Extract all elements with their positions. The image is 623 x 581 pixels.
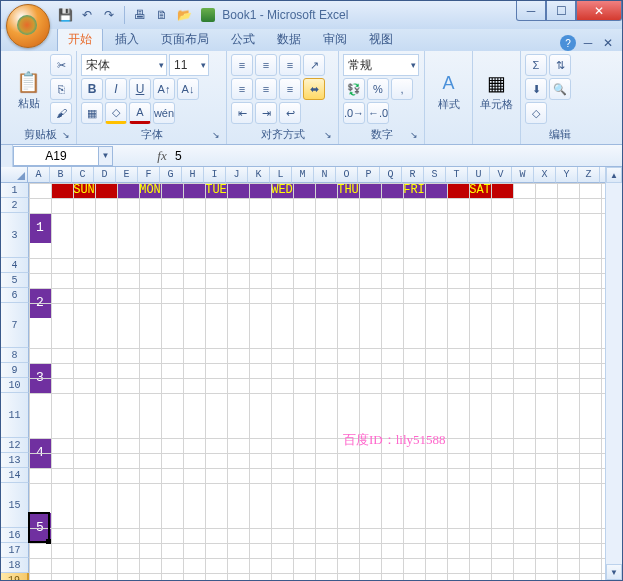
- save-icon[interactable]: 💾: [55, 5, 75, 25]
- cut-icon[interactable]: ✂: [50, 54, 72, 76]
- formula-input[interactable]: [171, 146, 622, 166]
- comma-icon[interactable]: ,: [391, 78, 413, 100]
- row-header[interactable]: 15: [1, 483, 29, 528]
- col-header[interactable]: W: [512, 167, 534, 183]
- clear-icon[interactable]: ◇: [525, 102, 547, 124]
- col-header[interactable]: Y: [556, 167, 578, 183]
- inc-decimal-icon[interactable]: .0→: [343, 102, 365, 124]
- row-header[interactable]: 5: [1, 273, 29, 288]
- align-launcher-icon[interactable]: ↘: [324, 130, 336, 142]
- select-all-corner[interactable]: [1, 167, 28, 183]
- row-header[interactable]: 18: [1, 558, 29, 573]
- orientation-icon[interactable]: ↗: [303, 54, 325, 76]
- indent-dec-icon[interactable]: ⇤: [231, 102, 253, 124]
- namebox-dropdown-icon[interactable]: ▼: [99, 146, 113, 166]
- indent-inc-icon[interactable]: ⇥: [255, 102, 277, 124]
- fill-color-icon[interactable]: ◇: [105, 102, 127, 124]
- tab-formula[interactable]: 公式: [221, 28, 265, 51]
- font-color-icon[interactable]: A: [129, 102, 151, 124]
- col-header[interactable]: T: [446, 167, 468, 183]
- row-header[interactable]: 8: [1, 348, 29, 363]
- find-icon[interactable]: 🔍: [549, 78, 571, 100]
- align-right-icon[interactable]: ≡: [279, 78, 301, 100]
- col-header[interactable]: M: [292, 167, 314, 183]
- row-header[interactable]: 16: [1, 528, 29, 543]
- row-header[interactable]: 14: [1, 468, 29, 483]
- col-header[interactable]: P: [358, 167, 380, 183]
- tab-layout[interactable]: 页面布局: [151, 28, 219, 51]
- grow-font-icon[interactable]: A↑: [153, 78, 175, 100]
- wrap-text-icon[interactable]: ↩: [279, 102, 301, 124]
- row-header[interactable]: 3: [1, 213, 29, 258]
- col-header[interactable]: D: [94, 167, 116, 183]
- col-header[interactable]: A: [28, 167, 50, 183]
- percent-icon[interactable]: %: [367, 78, 389, 100]
- bold-button[interactable]: B: [81, 78, 103, 100]
- row-header[interactable]: 10: [1, 378, 29, 393]
- row-header[interactable]: 6: [1, 288, 29, 303]
- close-button[interactable]: ✕: [576, 1, 622, 21]
- office-button[interactable]: [6, 4, 50, 48]
- fx-icon[interactable]: fx: [153, 147, 171, 165]
- open-icon[interactable]: 📂: [174, 5, 194, 25]
- tab-data[interactable]: 数据: [267, 28, 311, 51]
- border-icon[interactable]: ▦: [81, 102, 103, 124]
- minimize-button[interactable]: ─: [516, 1, 546, 21]
- merge-icon[interactable]: ⬌: [303, 78, 325, 100]
- col-header[interactable]: O: [336, 167, 358, 183]
- redo-icon[interactable]: ↷: [99, 5, 119, 25]
- col-header[interactable]: H: [182, 167, 204, 183]
- col-header[interactable]: R: [402, 167, 424, 183]
- ribbon-minimize-icon[interactable]: ─: [580, 35, 596, 51]
- col-header[interactable]: F: [138, 167, 160, 183]
- col-header[interactable]: E: [116, 167, 138, 183]
- col-header[interactable]: X: [534, 167, 556, 183]
- col-header[interactable]: L: [270, 167, 292, 183]
- row-header[interactable]: 13: [1, 453, 29, 468]
- tab-review[interactable]: 审阅: [313, 28, 357, 51]
- spreadsheet-grid[interactable]: ABCDEFGHIJKLMNOPQRSTUVWXYZA 123456789101…: [1, 167, 622, 580]
- print-icon[interactable]: 🖶: [130, 5, 150, 25]
- col-header[interactable]: Q: [380, 167, 402, 183]
- align-center-icon[interactable]: ≡: [255, 78, 277, 100]
- scroll-up-icon[interactable]: ▲: [606, 167, 622, 183]
- underline-button[interactable]: U: [129, 78, 151, 100]
- col-header[interactable]: Z: [578, 167, 600, 183]
- shrink-font-icon[interactable]: A↓: [177, 78, 199, 100]
- col-header[interactable]: K: [248, 167, 270, 183]
- fill-icon[interactable]: ⬇: [525, 78, 547, 100]
- format-painter-icon[interactable]: 🖌: [50, 102, 72, 124]
- row-header[interactable]: 1: [1, 183, 29, 198]
- col-header[interactable]: U: [468, 167, 490, 183]
- align-left-icon[interactable]: ≡: [231, 78, 253, 100]
- number-format-combo[interactable]: 常规: [343, 54, 419, 76]
- font-size-combo[interactable]: 11: [169, 54, 209, 76]
- col-header[interactable]: I: [204, 167, 226, 183]
- row-header[interactable]: 19: [1, 573, 29, 580]
- row-header[interactable]: 17: [1, 543, 29, 558]
- row-header[interactable]: 9: [1, 363, 29, 378]
- styles-button[interactable]: A 样式: [429, 53, 468, 128]
- col-header[interactable]: G: [160, 167, 182, 183]
- copy-icon[interactable]: ⎘: [50, 78, 72, 100]
- tab-start[interactable]: 开始: [57, 27, 103, 51]
- currency-icon[interactable]: 💱: [343, 78, 365, 100]
- autosum-icon[interactable]: Σ: [525, 54, 547, 76]
- help-icon[interactable]: ?: [560, 35, 576, 51]
- paste-button[interactable]: 📋 粘贴: [9, 53, 48, 125]
- row-header[interactable]: 7: [1, 303, 29, 348]
- dec-decimal-icon[interactable]: ←.0: [367, 102, 389, 124]
- doc-close-icon[interactable]: ✕: [600, 35, 616, 51]
- name-box[interactable]: [13, 146, 99, 166]
- row-header[interactable]: 4: [1, 258, 29, 273]
- col-header[interactable]: J: [226, 167, 248, 183]
- align-top-icon[interactable]: ≡: [231, 54, 253, 76]
- row-header[interactable]: 2: [1, 198, 29, 213]
- maximize-button[interactable]: ☐: [546, 1, 576, 21]
- row-header[interactable]: 12: [1, 438, 29, 453]
- col-header[interactable]: N: [314, 167, 336, 183]
- font-name-combo[interactable]: 宋体: [81, 54, 167, 76]
- tab-view[interactable]: 视图: [359, 28, 403, 51]
- number-launcher-icon[interactable]: ↘: [410, 130, 422, 142]
- undo-icon[interactable]: ↶: [77, 5, 97, 25]
